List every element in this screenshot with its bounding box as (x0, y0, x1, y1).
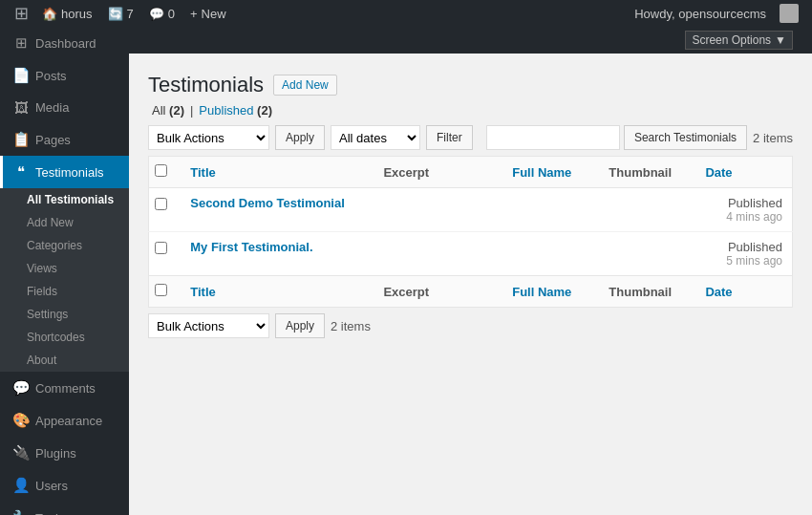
th-fullname-link[interactable]: Full Name (512, 165, 571, 180)
tfoot-date-link[interactable]: Date (705, 285, 732, 299)
add-new-button[interactable]: Add New (273, 75, 337, 96)
row1-date-time: 4 mins ago (705, 210, 782, 224)
select-all-bottom-checkbox[interactable] (155, 284, 167, 296)
screen-options-button[interactable]: Screen Options ▼ (685, 31, 793, 50)
apply-button-bottom[interactable]: Apply (275, 313, 325, 338)
th-checkbox (149, 157, 182, 188)
search-box: Search Testimonials (486, 125, 747, 150)
row1-checkbox[interactable] (155, 198, 167, 210)
row2-fullname-cell (502, 232, 599, 276)
tfoot-checkbox (149, 276, 182, 308)
tab-published-link[interactable]: Published (199, 103, 253, 118)
bulk-actions-select-top[interactable]: Bulk Actions Move to Trash (148, 125, 269, 150)
adminbar-new[interactable]: + New (182, 0, 234, 27)
sidebar-label-media: Media (35, 100, 69, 115)
main-content: Screen Options ▼ Testimonials Add New Al… (129, 27, 812, 515)
date-filter-select[interactable]: All dates (331, 125, 420, 150)
submenu-fields[interactable]: Fields (0, 280, 129, 303)
tab-separator: | (188, 103, 195, 118)
row1-checkbox-cell (149, 188, 182, 232)
table-body: Second Demo Testimonial Published 4 mins… (149, 188, 793, 276)
adminbar-comments-icon: 💬 (149, 7, 164, 21)
row1-title-cell: Second Demo Testimonial (181, 188, 374, 232)
tfoot-title: Title (181, 276, 374, 308)
page-header: Testimonials Add New (148, 63, 793, 103)
testimonials-submenu: All Testimonials Add New Categories View… (0, 188, 129, 372)
adminbar-new-label: New (202, 7, 226, 21)
screen-options-bar: Screen Options ▼ (129, 27, 812, 54)
tab-all-link[interactable]: All (152, 103, 165, 118)
page-title: Testimonials (148, 73, 264, 97)
row2-excerpt-cell (374, 232, 502, 276)
th-title-link[interactable]: Title (190, 165, 216, 180)
filter-tabs: All (2) | Published (2) (148, 103, 793, 118)
sidebar-item-testimonials[interactable]: ❝ Testimonials (0, 156, 129, 188)
tfoot-fullname-link[interactable]: Full Name (512, 285, 571, 299)
sidebar-item-comments[interactable]: 💬 Comments (0, 372, 129, 404)
tablenav-top-left: Bulk Actions Move to Trash Apply All dat… (148, 125, 473, 150)
tab-published[interactable]: Published (2) (195, 103, 276, 118)
row2-checkbox[interactable] (155, 242, 167, 254)
sidebar-label-testimonials: Testimonials (35, 165, 104, 180)
sidebar-label-comments: Comments (35, 381, 96, 396)
submenu-settings[interactable]: Settings (0, 303, 129, 326)
bulk-actions-select-bottom[interactable]: Bulk Actions Move to Trash (148, 313, 269, 338)
adminbar-site[interactable]: 🏠 horus (34, 0, 100, 27)
apply-button-top[interactable]: Apply (275, 125, 325, 150)
sidebar-item-pages[interactable]: 📋 Pages (0, 123, 129, 156)
adminbar-right: Howdy, opensourcecms (627, 0, 804, 27)
tfoot-excerpt-label: Excerpt (383, 285, 429, 299)
submenu-categories[interactable]: Categories (0, 234, 129, 257)
sidebar-item-appearance[interactable]: 🎨 Appearance (0, 404, 129, 437)
row1-title-link[interactable]: Second Demo Testimonial (190, 196, 345, 210)
submenu-views[interactable]: Views (0, 257, 129, 280)
adminbar-comments-count: 0 (168, 7, 175, 21)
sidebar-label-pages: Pages (35, 133, 71, 147)
row1-date-cell: Published 4 mins ago (695, 188, 792, 232)
dashboard-icon: ⊞ (12, 34, 30, 52)
row1-excerpt-cell (374, 188, 502, 232)
adminbar-plus-icon: + (190, 7, 198, 21)
wp-logo[interactable]: ⊞ (8, 0, 34, 27)
tablenav-bottom-right: 2 items (331, 319, 371, 333)
row2-date-status: Published (705, 240, 782, 254)
search-button[interactable]: Search Testimonials (624, 125, 747, 150)
row2-title-link[interactable]: My First Testimonial. (190, 240, 312, 254)
adminbar-avatar[interactable] (774, 0, 804, 27)
adminbar-comments[interactable]: 💬 0 (141, 0, 182, 27)
search-input[interactable] (486, 125, 620, 150)
tfoot-title-link[interactable]: Title (190, 285, 216, 299)
th-date-link[interactable]: Date (705, 165, 732, 180)
testimonials-table: Title Excerpt Full Name Thumbnail Date (148, 156, 793, 308)
tab-all-count: (2) (169, 103, 184, 118)
tfoot-thumbnail-label: Thumbnail (609, 285, 672, 299)
select-all-checkbox[interactable] (155, 164, 167, 177)
adminbar-updates[interactable]: 🔄 7 (100, 0, 141, 27)
th-thumbnail: Thumbnail (599, 157, 695, 188)
content-wrap: Testimonials Add New All (2) | Published… (129, 54, 812, 354)
submenu-about[interactable]: About (0, 349, 129, 372)
sidebar-label-plugins: Plugins (35, 446, 76, 461)
tab-all[interactable]: All (2) (148, 103, 188, 118)
row2-date-cell: Published 5 mins ago (695, 232, 792, 276)
sidebar-item-posts[interactable]: 📄 Posts (0, 59, 129, 92)
filter-button[interactable]: Filter (426, 125, 473, 150)
sidebar-item-tools[interactable]: 🔧 Tools (0, 502, 129, 515)
tablenav-bottom: Bulk Actions Move to Trash Apply 2 items (148, 313, 793, 338)
sidebar-item-media[interactable]: 🖼 Media (0, 92, 129, 123)
sidebar-item-users[interactable]: 👤 Users (0, 469, 129, 502)
sidebar-item-dashboard[interactable]: ⊞ Dashboard (0, 27, 129, 59)
tablenav-top: Bulk Actions Move to Trash Apply All dat… (148, 125, 793, 150)
main-layout: ⊞ Dashboard 📄 Posts 🖼 Media 📋 Pages ❝ Te… (0, 27, 812, 515)
submenu-add-new[interactable]: Add New (0, 211, 129, 234)
avatar-image (780, 4, 799, 23)
items-count-bottom: 2 items (331, 319, 371, 333)
adminbar-house-icon: 🏠 (42, 7, 57, 21)
table-row: My First Testimonial. Published 5 mins a… (149, 232, 793, 276)
sidebar-item-plugins[interactable]: 🔌 Plugins (0, 437, 129, 469)
tablenav-bottom-left: Bulk Actions Move to Trash Apply (148, 313, 325, 338)
submenu-shortcodes[interactable]: Shortcodes (0, 326, 129, 349)
sidebar-label-users: Users (35, 479, 68, 493)
row2-checkbox-cell (149, 232, 182, 276)
submenu-all-testimonials[interactable]: All Testimonials (0, 188, 129, 211)
